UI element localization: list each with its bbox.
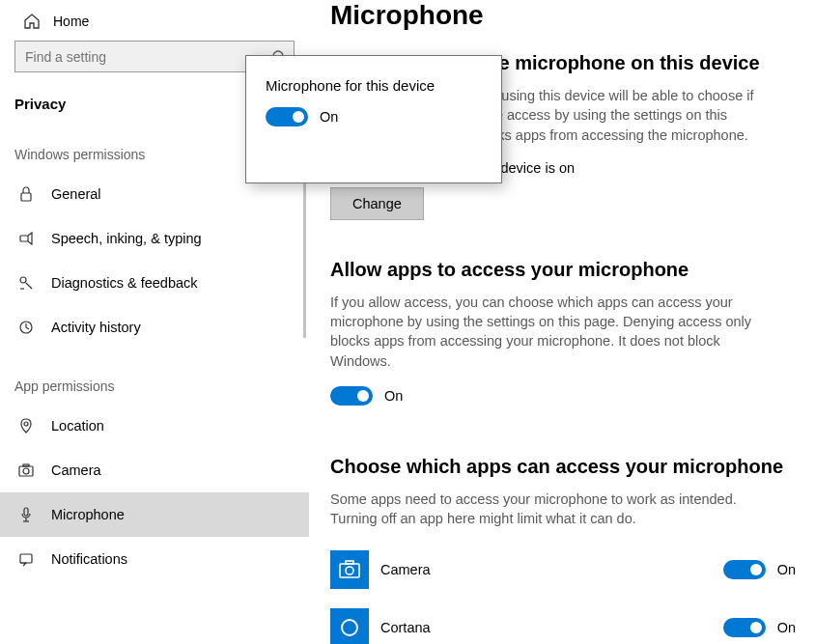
app-name: Cortana — [380, 620, 723, 635]
camera-icon — [16, 461, 36, 480]
feedback-icon — [16, 273, 36, 293]
section3-desc: Some apps need to access your microphone… — [330, 490, 763, 529]
sidebar-item-activity[interactable]: Activity history — [0, 305, 309, 350]
change-popup: Microphone for this device On — [245, 55, 502, 183]
svg-point-4 — [20, 277, 26, 283]
app-toggle-label: On — [777, 620, 796, 635]
page-title: Microphone — [330, 0, 796, 31]
sidebar-item-notifications[interactable]: Notifications — [0, 537, 309, 581]
sidebar-item-label: Camera — [51, 462, 101, 478]
change-button[interactable]: Change — [330, 187, 424, 220]
svg-rect-2 — [21, 193, 31, 201]
svg-point-6 — [24, 422, 28, 426]
svg-rect-10 — [24, 508, 28, 516]
svg-rect-9 — [23, 464, 29, 466]
sidebar-home-label: Home — [53, 14, 89, 29]
section3-title: Choose which apps can access your microp… — [330, 456, 796, 478]
app-toggle-camera[interactable] — [723, 560, 766, 579]
svg-rect-13 — [20, 554, 32, 563]
app-toggle-cortana[interactable] — [723, 618, 766, 637]
sidebar-item-label: General — [51, 186, 101, 202]
speech-icon — [16, 229, 36, 248]
app-name: Camera — [380, 562, 723, 577]
notifications-icon — [16, 549, 36, 569]
section2-title: Allow apps to access your microphone — [330, 259, 796, 281]
sidebar-item-label: Speech, inking, & typing — [51, 231, 202, 246]
popup-toggle-label: On — [320, 109, 338, 125]
app-toggle-label: On — [777, 562, 796, 577]
app-row-cortana: Cortana On — [330, 602, 796, 644]
svg-point-15 — [346, 567, 353, 574]
lock-icon — [16, 184, 36, 204]
sidebar-item-label: Location — [51, 418, 104, 434]
sidebar-item-microphone[interactable]: Microphone — [0, 492, 309, 537]
svg-rect-16 — [346, 561, 353, 564]
sidebar-item-diagnostics[interactable]: Diagnostics & feedback — [0, 261, 309, 305]
allow-apps-toggle-label: On — [384, 388, 403, 404]
svg-point-17 — [342, 620, 357, 635]
svg-point-8 — [23, 468, 29, 474]
app-row-camera: Camera On — [330, 545, 796, 602]
popup-title: Microphone for this device — [266, 77, 482, 94]
popup-device-toggle[interactable] — [266, 107, 308, 126]
allow-apps-toggle[interactable] — [330, 386, 373, 406]
location-icon — [16, 416, 36, 435]
app-icon-camera — [330, 550, 369, 589]
sidebar-section-app: App permissions — [0, 350, 309, 404]
app-icon-cortana — [330, 608, 369, 644]
microphone-icon — [16, 505, 36, 524]
svg-rect-3 — [20, 236, 28, 241]
sidebar-item-label: Diagnostics & feedback — [51, 275, 198, 291]
sidebar-item-camera[interactable]: Camera — [0, 448, 309, 492]
sidebar-home[interactable]: Home — [0, 4, 309, 41]
sidebar-item-label: Notifications — [51, 551, 127, 567]
home-icon — [22, 12, 42, 31]
sidebar-item-location[interactable]: Location — [0, 404, 309, 448]
activity-icon — [16, 318, 36, 337]
sidebar-item-label: Activity history — [51, 320, 141, 335]
sidebar-item-speech[interactable]: Speech, inking, & typing — [0, 216, 309, 261]
svg-rect-14 — [340, 564, 359, 577]
section2-desc: If you allow access, you can choose whic… — [330, 293, 763, 371]
sidebar-item-label: Microphone — [51, 507, 125, 522]
